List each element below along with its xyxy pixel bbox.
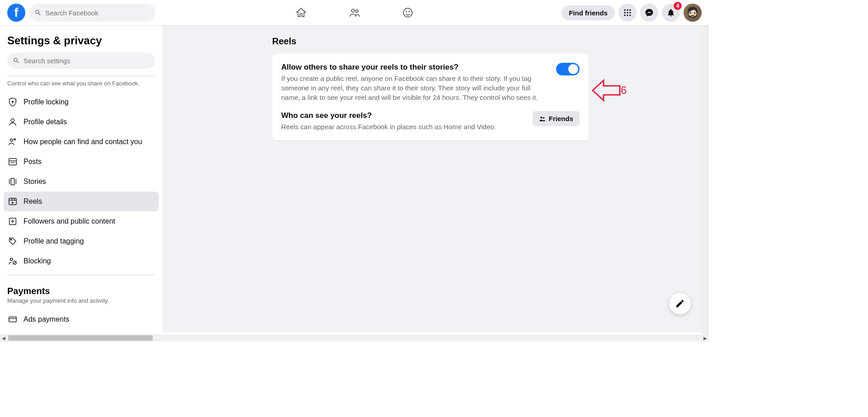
svg-point-10 xyxy=(629,12,631,13)
search-settings-input[interactable] xyxy=(24,57,150,65)
setting-title: Allow others to share your reels to thei… xyxy=(281,63,549,72)
setting-who-see-reels: Who can see your reels? Reels can appear… xyxy=(281,111,580,131)
friends-icon xyxy=(349,7,360,19)
menu-label: Ads payments xyxy=(24,315,69,323)
menu-label: Profile and tagging xyxy=(24,237,84,245)
sidebar-item-profile-details[interactable]: Profile details xyxy=(4,112,159,132)
tag-icon xyxy=(7,236,18,247)
groups-icon xyxy=(402,7,414,19)
scroll-left-arrow[interactable]: ◀ xyxy=(0,336,7,341)
settings-sidebar: Settings & privacy Control who can see w… xyxy=(0,25,163,333)
payments-section-title: Payments xyxy=(4,279,159,297)
notifications-button[interactable]: 4 xyxy=(662,4,680,22)
global-search-input[interactable] xyxy=(45,9,150,17)
svg-point-1 xyxy=(356,10,358,12)
menu-label: Stories xyxy=(24,178,46,186)
edit-icon xyxy=(675,299,685,309)
menu-label: Posts xyxy=(24,158,42,166)
sidebar-item-stories[interactable]: Stories xyxy=(4,172,159,192)
vertical-scrollbar[interactable]: ▲ xyxy=(702,0,709,334)
page-heading: Reels xyxy=(272,36,694,47)
toggle-knob xyxy=(568,64,578,74)
notification-badge: 4 xyxy=(674,2,682,10)
share-reels-toggle[interactable] xyxy=(556,63,580,75)
menu-button[interactable] xyxy=(618,4,637,22)
svg-point-4 xyxy=(409,11,410,12)
svg-point-0 xyxy=(352,9,355,12)
friends-icon xyxy=(539,115,546,122)
nav-friends[interactable] xyxy=(330,0,379,25)
reels-icon xyxy=(7,196,18,207)
svg-point-11 xyxy=(624,14,626,16)
payments-section-desc: Manage your payment info and activity. xyxy=(4,297,159,309)
top-nav-header: f Find friends 4 🧔🏻 xyxy=(0,0,709,25)
search-settings[interactable] xyxy=(7,52,155,69)
privacy-section-desc: Control who can see what you share on Fa… xyxy=(4,80,159,92)
sidebar-item-ads-payments[interactable]: Ads payments xyxy=(4,309,159,329)
svg-point-35 xyxy=(540,117,542,118)
menu-label: Blocking xyxy=(24,257,51,265)
menu-label: How people can find and contact you xyxy=(24,138,142,146)
audience-selector-button[interactable]: Friends xyxy=(533,111,580,126)
sidebar-item-profile-tagging[interactable]: Profile and tagging xyxy=(4,231,159,251)
svg-point-9 xyxy=(627,12,628,13)
svg-point-3 xyxy=(406,11,407,12)
sidebar-title: Settings & privacy xyxy=(4,33,159,52)
profile-icon xyxy=(7,117,18,127)
nav-home[interactable] xyxy=(276,0,326,25)
setting-description: Reels can appear across Facebook in plac… xyxy=(281,122,525,131)
messenger-icon xyxy=(645,8,654,17)
bell-icon xyxy=(666,8,675,17)
svg-point-30 xyxy=(10,258,13,261)
main-content: Reels Allow others to share your reels t… xyxy=(163,25,709,333)
setting-share-reels: Allow others to share your reels to thei… xyxy=(281,63,580,102)
nav-right: Find friends 4 🧔🏻 xyxy=(561,4,702,22)
sidebar-item-posts[interactable]: Posts xyxy=(4,152,159,172)
nav-groups[interactable] xyxy=(383,0,433,25)
sidebar-item-how-find[interactable]: How people can find and contact you xyxy=(4,132,159,152)
menu-label: Profile locking xyxy=(24,98,69,106)
menu-label: Followers and public content xyxy=(24,217,115,225)
divider xyxy=(7,275,155,275)
svg-point-12 xyxy=(627,14,628,16)
svg-point-8 xyxy=(624,12,626,13)
svg-point-17 xyxy=(14,139,16,141)
scroll-right-arrow[interactable]: ▶ xyxy=(702,336,709,341)
grid-icon xyxy=(623,8,632,17)
scroll-thumb[interactable] xyxy=(8,335,153,341)
svg-line-32 xyxy=(14,262,16,264)
blocking-icon xyxy=(7,256,18,267)
global-search[interactable] xyxy=(29,4,156,22)
scroll-track[interactable] xyxy=(7,335,702,341)
svg-point-5 xyxy=(624,9,626,11)
svg-rect-18 xyxy=(9,159,17,165)
menu-label: Reels xyxy=(24,197,42,206)
horizontal-scrollbar[interactable]: ◀ ▶ xyxy=(0,334,709,342)
reels-settings-card: Allow others to share your reels to thei… xyxy=(272,54,589,141)
svg-rect-33 xyxy=(9,317,17,322)
messenger-button[interactable] xyxy=(640,4,658,22)
svg-point-29 xyxy=(10,239,12,240)
arrow-left-icon xyxy=(592,78,621,103)
sidebar-item-reels[interactable]: Reels xyxy=(4,192,159,211)
home-icon xyxy=(295,7,307,19)
find-friends-button[interactable]: Find friends xyxy=(561,5,615,20)
sidebar-item-followers[interactable]: Followers and public content xyxy=(4,211,159,231)
svg-point-15 xyxy=(11,119,14,122)
sidebar-item-profile-locking[interactable]: Profile locking xyxy=(4,92,159,112)
audience-label: Friends xyxy=(549,115,573,122)
facebook-logo[interactable]: f xyxy=(7,4,25,22)
divider xyxy=(7,76,155,76)
svg-marker-25 xyxy=(12,201,14,204)
setting-title: Who can see your reels? xyxy=(281,111,525,120)
search-icon xyxy=(34,9,42,16)
compose-fab[interactable] xyxy=(669,293,691,314)
stories-icon xyxy=(7,176,18,187)
shield-lock-icon xyxy=(7,97,18,108)
nav-center xyxy=(276,0,433,25)
account-avatar[interactable]: 🧔🏻 xyxy=(684,4,702,22)
sidebar-item-blocking[interactable]: Blocking xyxy=(4,251,159,271)
svg-point-13 xyxy=(629,14,631,16)
svg-point-2 xyxy=(403,8,412,17)
svg-point-16 xyxy=(10,139,13,142)
